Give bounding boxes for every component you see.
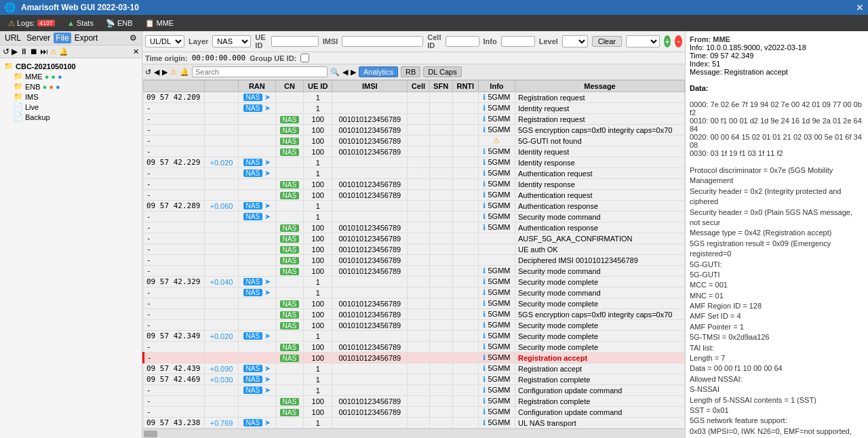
bottom-scrollbar[interactable] [142,429,685,438]
enb-menu[interactable]: 📡 ENB [100,18,138,29]
cell-cn: NAS [275,353,303,363]
server-button[interactable]: Server [24,33,52,43]
tree-item-ims[interactable]: 📁 IMS [3,92,139,102]
table-row[interactable]: -NAS ➤1ℹ 5GMMSecurity mode command [144,287,685,298]
status-dot-4: ● [43,83,47,91]
url-button[interactable]: URL [3,33,23,43]
ul-dl-select[interactable]: UL/DL UL DL [145,35,184,47]
close-button[interactable]: ✕ [856,2,864,13]
table-row[interactable]: -NAS100001010123456789ℹ 5GMMRegistration… [144,114,685,125]
bell-filter-button[interactable]: 🔔 [180,68,189,77]
layer-select[interactable]: NAS RRC PDCP [212,35,251,47]
tree-item-mme[interactable]: 📁 MME ● ● ● [3,71,139,81]
dl-caps-button[interactable]: DL Caps [423,66,461,77]
cell-ran: NAS ➤ [239,92,276,103]
play-button[interactable]: ▶ [12,47,18,56]
table-row[interactable]: 09 57 42.439+0.090NAS ➤1ℹ 5GMMRegistrati… [144,363,685,374]
table-row[interactable]: -NAS ➤1ℹ 5GMMSecurity mode command [144,212,685,222]
table-row[interactable]: -NAS100001010123456789ℹ 5GMMIdentity res… [144,179,685,190]
settings-button[interactable]: ⚙ [127,33,139,43]
search-icon-button[interactable]: 🔍 [330,68,340,77]
table-row[interactable]: -NAS100001010123456789ℹ 5GMMSecurity mod… [144,320,685,331]
cell-message: Security mode complete [515,342,685,353]
add-filter-button[interactable]: + [664,35,671,47]
cell-id-input[interactable] [446,36,479,47]
pause-button[interactable]: ⏸ [20,47,28,56]
cell-cn [275,103,303,114]
imsi-input[interactable] [342,36,423,47]
table-row[interactable]: 09 57 42.209NAS ➤1ℹ 5GMMRegistration req… [144,92,685,103]
table-row[interactable]: 09 57 42.229+0.020NAS ➤1ℹ 5GMMIdentity r… [144,157,685,168]
table-row[interactable]: -NAS ➤1ℹ 5GMMAuthentication request [144,168,685,179]
tree-root[interactable]: 📁 CBC-2021050100 [3,61,139,71]
table-row[interactable]: -NAS100001010123456789ℹ 5GMM5GS encrypti… [144,309,685,320]
skip-button[interactable]: ⏭ [40,47,48,56]
cell-sfn [429,287,452,298]
decoded-line: S-NSSAI [690,384,864,395]
table-row[interactable]: -NAS100001010123456789ℹ 5GMMSecurity mod… [144,298,685,309]
table-row[interactable]: -NAS100001010123456789ℹ 5GMMAuthenticati… [144,222,685,233]
table-row[interactable]: -NAS100001010123456789ℹ 5GMM5GS encrypti… [144,125,685,136]
table-row[interactable]: -NAS100001010123456789ℹ 5GMMConfiguratio… [144,407,685,418]
cell-cn: NAS [275,407,303,418]
tree-item-backup[interactable]: 📄 Backup [3,112,139,122]
table-row[interactable]: -NAS100001010123456789ℹ 5GMMAuthenticati… [144,190,685,201]
prev-button[interactable]: ◀ [154,68,159,77]
refresh-button[interactable]: ↺ [145,68,151,77]
search-input[interactable] [192,66,328,77]
logs-menu[interactable]: ⚠ Logs: 4107 [3,18,60,29]
table-row[interactable]: -NAS100001010123456789AUSF_5G_AKA_CONFIR… [144,233,685,244]
info-input[interactable] [501,36,535,47]
table-row[interactable]: -NAS100001010123456789UE auth OK [144,244,685,255]
table-row[interactable]: -NAS ➤1ℹ 5GMMIdentity request [144,103,685,114]
table-row[interactable]: -NAS100001010123456789ℹ 5GMMSecurity mod… [144,266,685,277]
next-result-button[interactable]: ▶ [351,68,356,77]
table-row[interactable]: 09 57 42.289+0.060NAS ➤1ℹ 5GMMAuthentica… [144,201,685,212]
tree-item-enb[interactable]: 📁 ENB ● ● ● [3,81,139,92]
extra-filter-select[interactable] [626,35,660,47]
table-row[interactable]: -NAS100001010123456789Deciphered IMSI 00… [144,255,685,266]
table-row[interactable]: -NAS100001010123456789ℹ 5GMMRegistration… [144,396,685,407]
mme-menu[interactable]: 📋 MME [140,18,180,29]
cell-rnti [452,331,478,342]
table-row[interactable]: 09 57 42.329+0.040NAS ➤1ℹ 5GMMSecurity m… [144,277,685,287]
cell-time: - [144,168,205,179]
table-row[interactable]: 09 57 42.469+0.030NAS ➤1ℹ 5GMMRegistrati… [144,374,685,385]
table-row[interactable]: -NAS100001010123456789ℹ 5GMMSecurity mod… [144,342,685,353]
panel-close-icon[interactable]: ✕ [133,47,139,56]
level-select[interactable] [562,35,588,47]
file-button[interactable]: File [54,33,71,43]
cell-imsi: 001010123456789 [332,114,408,125]
cell-rnti [452,168,478,179]
table-container[interactable]: RAN CN UE ID IMSI Cell SFN RNTI Info Mes… [142,80,685,429]
table-row[interactable]: 09 57 43.238+0.769NAS ➤1ℹ 5GMMUL NAS tra… [144,418,685,429]
cell-sfn [429,190,452,201]
export-button[interactable]: Export [73,33,100,43]
cell-ue-id: 1 [304,212,332,222]
table-row[interactable]: 09 57 42.349+0.020NAS ➤1ℹ 5GMMSecurity m… [144,331,685,342]
stop-button[interactable]: ⏹ [30,47,38,56]
cell-time: - [144,136,205,146]
cell-message: Identity request [515,103,685,114]
next-button[interactable]: ▶ [162,68,167,77]
tree-item-live[interactable]: 📄 Live [3,102,139,112]
prev-result-button[interactable]: ◀ [342,68,348,77]
warn-filter-button[interactable]: ⚠ [170,68,177,77]
table-row[interactable]: -NAS100001010123456789ℹ 5GMMRegistration… [144,353,685,363]
stats-menu[interactable]: ▲ Stats [62,18,99,28]
cell-ue-id: 100 [304,136,332,146]
decoded-line: 5GS registration result = 0x09 (Emergenc… [690,239,864,260]
remove-filter-button[interactable]: - [675,35,682,47]
table-row[interactable]: -NAS ➤1ℹ 5GMMConfiguration update comman… [144,385,685,396]
connect-button[interactable]: ↺ [3,47,9,56]
rb-button[interactable]: RB [401,66,420,77]
table-row[interactable]: -NAS100001010123456789⚠5G-GUTI not found [144,136,685,146]
cell-ran [239,320,276,331]
analytics-button[interactable]: Analytics [359,66,398,77]
table-row[interactable]: -NAS100001010123456789ℹ 5GMMIdentity req… [144,146,685,157]
group-ue-id-checkbox[interactable] [300,54,309,62]
tree-enb-label: ENB [25,83,41,91]
info-label: Info [484,37,497,45]
clear-button[interactable]: Clear [592,36,622,47]
ue-id-input[interactable] [271,36,319,47]
